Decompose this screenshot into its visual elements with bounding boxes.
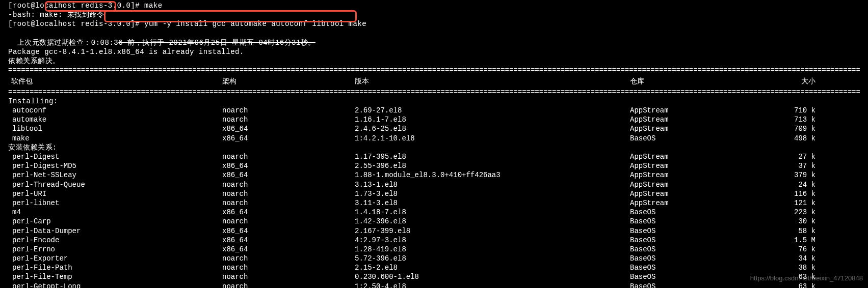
watermark: https://blog.csdn.net/weixin_47120848 bbox=[750, 274, 863, 283]
divider-mid: ========================================… bbox=[8, 88, 860, 97]
pkg-version: 3.11-3.el8 bbox=[355, 198, 630, 208]
table-row: perl-URInoarch1.73-3.el8AppStream116 k bbox=[8, 189, 860, 198]
pkg-name: autoconf bbox=[8, 106, 222, 115]
pkg-name: perl-Carp bbox=[8, 217, 222, 226]
pkg-name: m4 bbox=[8, 208, 222, 217]
table-row: makex86_641:4.2.1-10.el8BaseOS498 k bbox=[8, 134, 860, 143]
table-row: autoconfnoarch2.69-27.el8AppStream710 k bbox=[8, 106, 860, 115]
table-row: perl-Net-SSLeayx86_641.88-1.module_el8.3… bbox=[8, 170, 860, 180]
pkg-size: 38 k bbox=[773, 263, 819, 272]
pkg-arch: noarch bbox=[222, 272, 355, 281]
pkg-name: perl-Digest bbox=[8, 152, 222, 161]
header-size: 大小 bbox=[773, 77, 819, 86]
divider-top: ========================================… bbox=[8, 66, 860, 75]
pkg-size: 223 k bbox=[773, 208, 819, 217]
pkg-size: 58 k bbox=[773, 226, 819, 236]
section-deps: 安装依赖关系: bbox=[8, 143, 860, 152]
pkg-name: perl-Exporter bbox=[8, 254, 222, 263]
pkg-size: 37 k bbox=[773, 161, 819, 170]
table-row: perl-libnetnoarch3.11-3.el8AppStream121 … bbox=[8, 198, 860, 208]
table-row: automakenoarch1.16.1-7.el8AppStream713 k bbox=[8, 115, 860, 124]
pkg-size: 710 k bbox=[773, 106, 819, 115]
pkg-repo: AppStream bbox=[630, 152, 773, 161]
pkg-size: 76 k bbox=[773, 245, 819, 254]
pkg-arch: x86_64 bbox=[222, 245, 355, 254]
pkg-arch: noarch bbox=[222, 282, 355, 288]
pkg-repo: AppStream bbox=[630, 189, 773, 198]
pkg-size: 30 k bbox=[773, 217, 819, 226]
pkg-name: perl-Net-SSLeay bbox=[8, 170, 222, 180]
pkg-repo: BaseOS bbox=[630, 263, 773, 272]
pkg-arch: x86_64 bbox=[222, 226, 355, 236]
pkg-repo: BaseOS bbox=[630, 208, 773, 217]
table-row: perl-Thread-Queuenoarch3.13-1.el8AppStre… bbox=[8, 180, 860, 189]
pkg-version: 1:2.50-4.el8 bbox=[355, 282, 630, 288]
table-row: perl-Exporternoarch5.72-396.el8BaseOS34 … bbox=[8, 254, 860, 263]
terminal-error-line: -bash: make: 未找到命令 bbox=[8, 10, 860, 19]
table-row: perl-File-Pathnoarch2.15-2.el8BaseOS38 k bbox=[8, 263, 860, 272]
header-version: 版本 bbox=[355, 77, 630, 86]
pkg-arch: x86_64 bbox=[222, 134, 355, 143]
terminal-line: [root@localhost redis-3.0.0]# make bbox=[8, 1, 860, 10]
pkg-repo: BaseOS bbox=[630, 245, 773, 254]
metadata-struck: 6 前，执行于 2021年06月25日 星期五 04时16分31秒。 bbox=[118, 39, 315, 47]
pkg-repo: AppStream bbox=[630, 198, 773, 208]
pkg-size: 713 k bbox=[773, 115, 819, 124]
pkg-version: 2.69-27.el8 bbox=[355, 106, 630, 115]
pkg-size: 34 k bbox=[773, 254, 819, 263]
pkg-version: 2.15-2.el8 bbox=[355, 263, 630, 272]
pkg-arch: noarch bbox=[222, 217, 355, 226]
pkg-size: 709 k bbox=[773, 124, 819, 133]
pkg-size: 379 k bbox=[773, 170, 819, 180]
header-package: 软件包 bbox=[8, 77, 222, 86]
pkg-arch: x86_64 bbox=[222, 236, 355, 245]
pkg-version: 1.73-3.el8 bbox=[355, 189, 630, 198]
pkg-version: 3.13-1.el8 bbox=[355, 180, 630, 189]
pkg-arch: noarch bbox=[222, 180, 355, 189]
pkg-version: 2.167-399.el8 bbox=[355, 226, 630, 236]
table-row: perl-Digest-MD5x86_642.55-396.el8AppStre… bbox=[8, 161, 860, 170]
pkg-name: perl-Data-Dumper bbox=[8, 226, 222, 236]
pkg-name: perl-Getopt-Long bbox=[8, 282, 222, 288]
table-row: perl-Digestnoarch1.17-395.el8AppStream27… bbox=[8, 152, 860, 161]
pkg-repo: AppStream bbox=[630, 124, 773, 133]
pkg-version: 5.72-396.el8 bbox=[355, 254, 630, 263]
table-row: perl-Encodex86_644:2.97-3.el8BaseOS1.5 M bbox=[8, 236, 860, 245]
pkg-version: 1.4.18-7.el8 bbox=[355, 208, 630, 217]
pkg-version: 1:4.2.1-10.el8 bbox=[355, 134, 630, 143]
terminal-resolved: 依赖关系解决。 bbox=[8, 56, 860, 66]
table-row: perl-Getopt-Longnoarch1:2.50-4.el8BaseOS… bbox=[8, 282, 860, 288]
pkg-name: perl-Encode bbox=[8, 236, 222, 245]
table-header-row: 软件包 架构 版本 仓库 大小 bbox=[8, 75, 860, 88]
pkg-arch: noarch bbox=[222, 198, 355, 208]
pkg-name: perl-Digest-MD5 bbox=[8, 161, 222, 170]
pkg-arch: noarch bbox=[222, 263, 355, 272]
pkg-arch: noarch bbox=[222, 115, 355, 124]
terminal-already-installed: Package gcc-8.4.1-1.el8.x86_64 is alread… bbox=[8, 47, 860, 56]
pkg-size: 24 k bbox=[773, 180, 819, 189]
pkg-repo: BaseOS bbox=[630, 226, 773, 236]
pkg-arch: x86_64 bbox=[222, 124, 355, 133]
pkg-version: 1.17-395.el8 bbox=[355, 152, 630, 161]
pkg-arch: noarch bbox=[222, 152, 355, 161]
pkg-version: 4:2.97-3.el8 bbox=[355, 236, 630, 245]
pkg-arch: x86_64 bbox=[222, 170, 355, 180]
header-arch: 架构 bbox=[222, 77, 355, 86]
pkg-version: 1.88-1.module_el8.3.0+410+ff426aa3 bbox=[355, 170, 630, 180]
section-installing: Installing: bbox=[8, 97, 860, 106]
pkg-name: automake bbox=[8, 115, 222, 124]
pkg-repo: BaseOS bbox=[630, 254, 773, 263]
pkg-name: perl-Errno bbox=[8, 245, 222, 254]
table-row: libtoolx86_642.4.6-25.el8AppStream709 k bbox=[8, 124, 860, 133]
pkg-size: 27 k bbox=[773, 152, 819, 161]
pkg-size: 116 k bbox=[773, 189, 819, 198]
table-row: perl-File-Tempnoarch0.230.600-1.el8BaseO… bbox=[8, 272, 860, 281]
pkg-arch: noarch bbox=[222, 189, 355, 198]
table-row: perl-Data-Dumperx86_642.167-399.el8BaseO… bbox=[8, 226, 860, 236]
header-repo: 仓库 bbox=[630, 77, 773, 86]
pkg-size: 121 k bbox=[773, 198, 819, 208]
pkg-repo: AppStream bbox=[630, 180, 773, 189]
terminal-command-line[interactable]: [root@localhost redis-3.0.0]# yum -y ins… bbox=[8, 19, 860, 28]
pkg-version: 1.42-396.el8 bbox=[355, 217, 630, 226]
pkg-repo: BaseOS bbox=[630, 217, 773, 226]
